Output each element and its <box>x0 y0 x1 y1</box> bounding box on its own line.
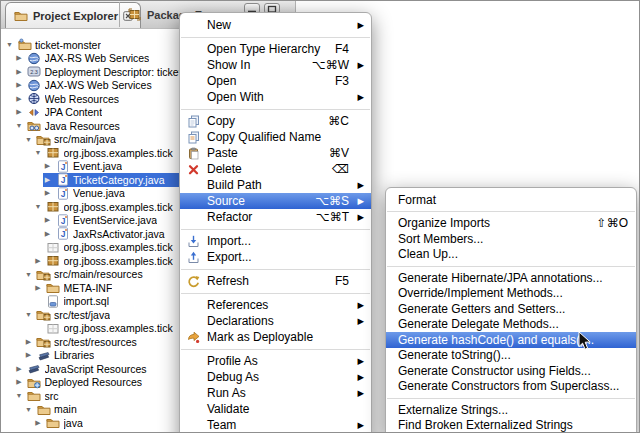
tree-expand-arrow-icon[interactable]: ▶ <box>34 284 43 292</box>
tree-expand-arrow-icon[interactable]: ▶ <box>43 189 52 197</box>
tree-collapse-arrow-icon[interactable]: ▼ <box>34 203 43 210</box>
menu-item-label: Mark as Deployable <box>207 330 349 344</box>
menu-item-generate-getters-and-setters[interactable]: Generate Getters and Setters... <box>386 301 636 317</box>
menu-item-open[interactable]: OpenF3 <box>180 73 371 89</box>
menu-item-label: Show In <box>207 58 298 72</box>
menu-item-label: Externalize Strings... <box>398 403 628 417</box>
menu-item-declarations[interactable]: Declarations▶ <box>180 313 371 329</box>
menu-item-externalize-strings[interactable]: Externalize Strings... <box>386 402 636 418</box>
menu-item-build-path[interactable]: Build Path▶ <box>180 177 371 193</box>
tree-item-label: JPA Content <box>45 106 103 118</box>
menu-item-clean-up[interactable]: Clean Up... <box>386 247 636 263</box>
submenu-arrow-icon: ▶ <box>353 388 364 398</box>
tree-item-label: JAX-RS Web Services <box>45 52 150 64</box>
tree-expand-arrow-icon[interactable]: ▶ <box>15 365 24 373</box>
menu-item-references[interactable]: References▶ <box>180 297 371 313</box>
menu-item-label: Profile As <box>207 354 349 368</box>
tree-expand-arrow-icon[interactable]: ▶ <box>43 230 52 238</box>
menu-item-refactor[interactable]: Refactor⌥⌘T▶ <box>180 209 371 225</box>
tree-collapse-arrow-icon[interactable]: ▼ <box>24 271 33 278</box>
menu-item-label: Team <box>207 418 349 432</box>
tree-collapse-arrow-icon[interactable]: ▼ <box>15 122 24 129</box>
project-explorer-icon <box>13 9 28 22</box>
menu-item-override-implement-methods[interactable]: Override/Implement Methods... <box>386 286 636 302</box>
menu-item-organize-imports[interactable]: Organize Imports⇧⌘O <box>386 216 636 232</box>
delete-icon <box>180 163 207 176</box>
tree-item-label: java <box>64 417 83 429</box>
tree-item-label: ticket-monster <box>35 39 101 51</box>
menu-item-show-in[interactable]: Show In⌥⌘W▶ <box>180 57 371 73</box>
menu-item-generate-constructor-using-fields[interactable]: Generate Constructor using Fields... <box>386 363 636 379</box>
menu-item-delete[interactable]: Delete⌫ <box>180 161 371 177</box>
menu-separator <box>181 37 370 38</box>
menu-item-profile-as[interactable]: Profile As▶ <box>180 353 371 369</box>
menu-item-open-with[interactable]: Open With▶ <box>180 89 371 105</box>
tree-expand-arrow-icon[interactable]: ▶ <box>24 351 33 359</box>
java-file-icon: J <box>55 187 70 200</box>
tree-expand-arrow-icon[interactable]: ▶ <box>15 378 24 386</box>
tree-expand-arrow-icon[interactable]: ▶ <box>15 108 24 116</box>
menu-item-label: Validate <box>207 402 349 416</box>
menu-item-run-as[interactable]: Run As▶ <box>180 385 371 401</box>
tree-expand-arrow-icon[interactable]: ▶ <box>15 54 24 62</box>
menu-item-label: Copy Qualified Name <box>207 130 349 144</box>
tree-item-label: src <box>45 390 59 402</box>
menu-item-debug-as[interactable]: Debug As▶ <box>180 369 371 385</box>
tree-expand-arrow-icon[interactable]: ▶ <box>15 81 24 89</box>
menu-item-source[interactable]: Source⌥⌘S▶ <box>180 193 371 209</box>
menu-item-copy-qualified-name[interactable]: Copy Qualified Name <box>180 129 371 145</box>
tree-expand-arrow-icon[interactable]: ▶ <box>24 338 33 346</box>
svg-text:J: J <box>60 161 65 171</box>
menu-item-new[interactable]: New▶ <box>180 17 371 33</box>
tree-expand-arrow-icon[interactable]: ▶ <box>34 257 43 265</box>
tree-expand-arrow-icon[interactable]: ▶ <box>34 419 43 427</box>
menu-item-validate[interactable]: Validate <box>180 401 371 417</box>
tree-collapse-arrow-icon[interactable]: ▼ <box>24 136 33 143</box>
menu-item-label: New <box>207 18 349 32</box>
tree-item-label: src/test/java <box>54 309 110 321</box>
source-folder-icon <box>36 268 51 281</box>
package-explorer-icon <box>127 8 142 21</box>
tree-expand-arrow-icon[interactable]: ▶ <box>15 95 24 103</box>
tree-collapse-arrow-icon[interactable]: ▼ <box>24 311 33 318</box>
tree-expand-arrow-icon[interactable]: ▶ <box>15 68 24 76</box>
tree-expand-arrow-icon[interactable]: ▶ <box>43 162 52 170</box>
menu-item-paste[interactable]: Paste⌘V <box>180 145 371 161</box>
menu-item-find-broken-externalized-strings[interactable]: Find Broken Externalized Strings <box>386 418 636 433</box>
menu-item-format[interactable]: Format <box>386 192 636 208</box>
folder-icon <box>46 416 61 429</box>
tree-item-label: TicketCategory.java <box>73 174 165 186</box>
menu-separator <box>387 211 635 212</box>
tree-item-label: Venue.java <box>73 187 125 199</box>
menu-item-team[interactable]: Team▶ <box>180 417 371 433</box>
menu-item-import[interactable]: Import... <box>180 233 371 249</box>
tree-expand-arrow-icon[interactable]: ▶ <box>43 216 52 224</box>
tree-collapse-arrow-icon[interactable]: ▼ <box>15 392 24 399</box>
menu-item-generate-tostring[interactable]: Generate toString()... <box>386 348 636 364</box>
source-folder-icon <box>36 133 51 146</box>
menu-item-export[interactable]: Export... <box>180 249 371 265</box>
tree-item-label: org.jboss.examples.tick <box>64 322 173 334</box>
menu-item-copy[interactable]: Copy⌘C <box>180 113 371 129</box>
tree-item-label: JAX-WS Web Services <box>45 79 152 91</box>
menu-separator <box>181 349 370 350</box>
menu-shortcut: ⌘C <box>328 114 349 128</box>
menu-item-generate-delegate-methods[interactable]: Generate Delegate Methods... <box>386 317 636 333</box>
tree-expand-arrow-icon[interactable]: ▶ <box>43 176 52 184</box>
menu-item-mark-as-deployable[interactable]: Mark as Deployable <box>180 329 371 345</box>
tree-collapse-arrow-icon[interactable]: ▼ <box>24 406 33 413</box>
menu-item-sort-members[interactable]: Sort Members... <box>386 231 636 247</box>
menu-item-label: Format <box>398 193 628 207</box>
menu-item-generate-hashcode-and-equals[interactable]: Generate hashCode() and equals()... <box>386 332 636 348</box>
tree-item-label: import.sql <box>64 295 110 307</box>
mouse-cursor-icon <box>578 331 592 355</box>
menu-item-generate-hibernate-jpa-annotations[interactable]: Generate Hibernate/JPA annotations... <box>386 270 636 286</box>
tree-collapse-arrow-icon[interactable]: ▼ <box>5 41 14 48</box>
menu-item-label: Override/Implement Methods... <box>398 286 628 300</box>
menu-shortcut: F3 <box>335 74 349 88</box>
menu-item-label: Refresh <box>207 274 321 288</box>
tree-collapse-arrow-icon[interactable]: ▼ <box>34 149 43 156</box>
menu-item-generate-constructors-from-superclass[interactable]: Generate Constructors from Superclass... <box>386 379 636 395</box>
menu-item-refresh[interactable]: RefreshF5 <box>180 273 371 289</box>
menu-item-open-type-hierarchy[interactable]: Open Type HierarchyF4 <box>180 41 371 57</box>
